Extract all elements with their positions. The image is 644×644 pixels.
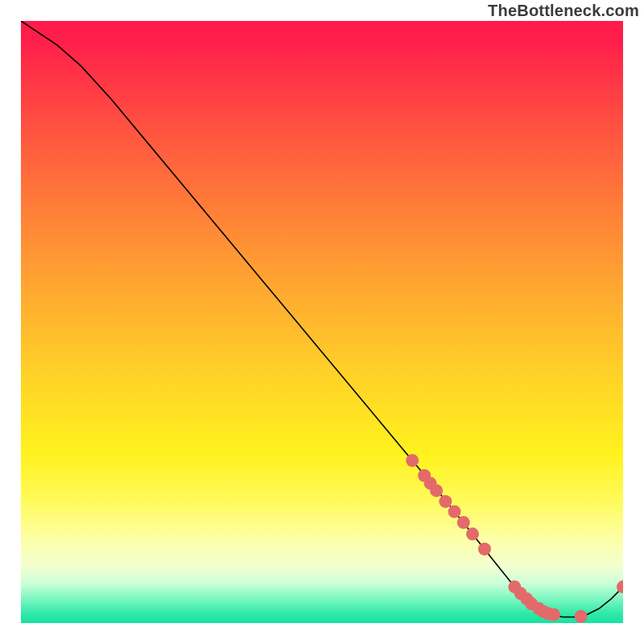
data-marker (466, 527, 479, 540)
watermark-text: TheBottleneck.com (488, 2, 639, 20)
data-marker (575, 610, 588, 623)
data-marker (439, 495, 452, 508)
chart-background (21, 21, 623, 623)
data-marker (478, 543, 491, 555)
data-marker (448, 506, 461, 518)
data-marker (547, 609, 560, 621)
data-marker (406, 454, 419, 467)
chart-plot-area (21, 21, 623, 623)
data-marker (457, 516, 470, 529)
chart-svg (21, 21, 623, 623)
data-marker (430, 484, 443, 497)
